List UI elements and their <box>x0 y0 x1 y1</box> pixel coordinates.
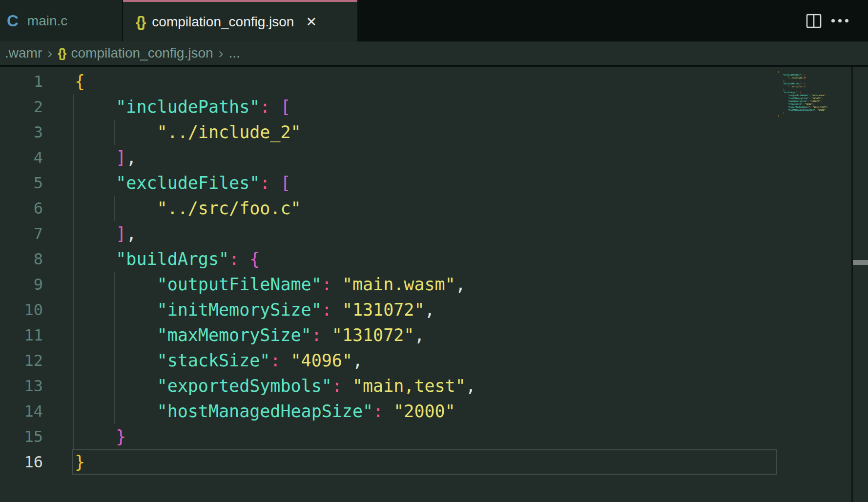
breadcrumb-symbol-more[interactable]: ... <box>229 45 240 61</box>
indent-guide <box>114 196 115 221</box>
code-line[interactable]: 3 "../include_2" <box>0 120 868 145</box>
code-line[interactable]: 7 ], <box>0 221 868 246</box>
line-number: 6 <box>0 199 43 218</box>
code-text: "excludeFiles": [ <box>75 170 291 196</box>
line-number: 16 <box>0 453 43 471</box>
editor-actions <box>806 0 868 41</box>
line-number: 11 <box>0 326 43 344</box>
breadcrumb-folder[interactable]: .wamr <box>5 45 42 61</box>
code-editor[interactable]: 1{2 "includePaths": [3 "../include_2"4 ]… <box>0 67 868 502</box>
code-text: ], <box>75 145 136 170</box>
c-language-icon: C <box>7 12 19 30</box>
code-text: "buildArgs": { <box>75 246 260 272</box>
more-actions-icon[interactable] <box>831 19 848 22</box>
line-number: 15 <box>0 427 43 446</box>
line-number: 8 <box>0 250 43 268</box>
tab-main-c[interactable]: C main.c <box>0 0 123 41</box>
tab-compilation-config-json[interactable]: {} compilation_config.json ✕ <box>123 0 357 41</box>
minimap[interactable]: { "includePaths": [ "../include_2" ], "e… <box>778 71 851 118</box>
line-number: 14 <box>0 402 43 421</box>
editor-tabs-bar: C main.c {} compilation_config.json ✕ <box>0 0 868 41</box>
code-text: "../src/foo.c" <box>75 196 301 221</box>
indent-guide <box>114 120 115 145</box>
code-line[interactable]: 5 "excludeFiles": [ <box>0 170 868 196</box>
vscode-window: C main.c {} compilation_config.json ✕ .w… <box>0 0 868 502</box>
code-line[interactable]: 1{ <box>0 69 868 94</box>
json-braces-icon: {} <box>136 14 145 30</box>
code-text: } <box>75 424 126 449</box>
code-line[interactable]: 6 "../src/foo.c" <box>0 196 868 221</box>
tab-label: main.c <box>27 13 67 29</box>
code-line[interactable]: 4 ], <box>0 145 868 170</box>
code-text: ], <box>75 221 136 246</box>
current-line-highlight <box>72 449 777 475</box>
line-number: 13 <box>0 377 43 395</box>
minimap-line: } <box>778 115 851 118</box>
breadcrumb-file[interactable]: compilation_config.json <box>71 45 213 61</box>
indent-guide <box>114 272 115 424</box>
code-line[interactable]: 8 "buildArgs": { <box>0 246 868 272</box>
line-number: 9 <box>0 275 43 294</box>
overview-ruler-cursor-marker <box>853 260 868 265</box>
code-line[interactable]: 15 } <box>0 424 868 449</box>
code-text: "maxMemorySize": "131072", <box>75 322 424 348</box>
chevron-right-icon: › <box>47 45 52 61</box>
code-text: "hostManagedHeapSize": "2000" <box>75 399 455 424</box>
line-number: 7 <box>0 224 43 243</box>
breadcrumb: .wamr › {} compilation_config.json › ... <box>0 41 868 67</box>
json-braces-icon: {} <box>58 46 65 61</box>
code-line[interactable]: 16} <box>0 449 868 475</box>
code-line[interactable]: 10 "initMemorySize": "131072", <box>0 297 868 322</box>
code-text: { <box>75 69 85 94</box>
code-line[interactable]: 2 "includePaths": [ <box>0 94 868 120</box>
line-number: 5 <box>0 174 43 192</box>
line-number: 10 <box>0 301 43 319</box>
line-number: 12 <box>0 351 43 370</box>
tab-label: compilation_config.json <box>152 14 294 30</box>
code-line[interactable]: 9 "outputFileName": "main.wasm", <box>0 272 868 297</box>
code-line[interactable]: 14 "hostManagedHeapSize": "2000" <box>0 399 868 424</box>
line-number: 4 <box>0 148 43 167</box>
line-number: 2 <box>0 98 43 116</box>
line-number: 1 <box>0 72 43 91</box>
code-text: "exportedSymbols": "main,test", <box>75 373 476 399</box>
code-area[interactable]: 1{2 "includePaths": [3 "../include_2"4 ]… <box>0 69 868 475</box>
code-line[interactable]: 13 "exportedSymbols": "main,test", <box>0 373 868 399</box>
code-line[interactable]: 12 "stackSize": "4096", <box>0 348 868 373</box>
code-text: "../include_2" <box>75 120 301 145</box>
minimap-scrollbar-divider <box>851 67 853 502</box>
chevron-right-icon: › <box>219 45 224 61</box>
code-text: "outputFileName": "main.wasm", <box>75 272 466 297</box>
code-text: "includePaths": [ <box>75 94 291 120</box>
code-text: "initMemorySize": "131072", <box>75 297 435 322</box>
split-editor-icon[interactable] <box>806 14 822 28</box>
indent-guide <box>73 94 74 449</box>
line-number: 3 <box>0 123 43 141</box>
code-text: } <box>75 449 85 475</box>
close-tab-icon[interactable]: ✕ <box>306 14 317 30</box>
code-line[interactable]: 11 "maxMemorySize": "131072", <box>0 322 868 348</box>
code-text: "stackSize": "4096", <box>75 348 363 373</box>
